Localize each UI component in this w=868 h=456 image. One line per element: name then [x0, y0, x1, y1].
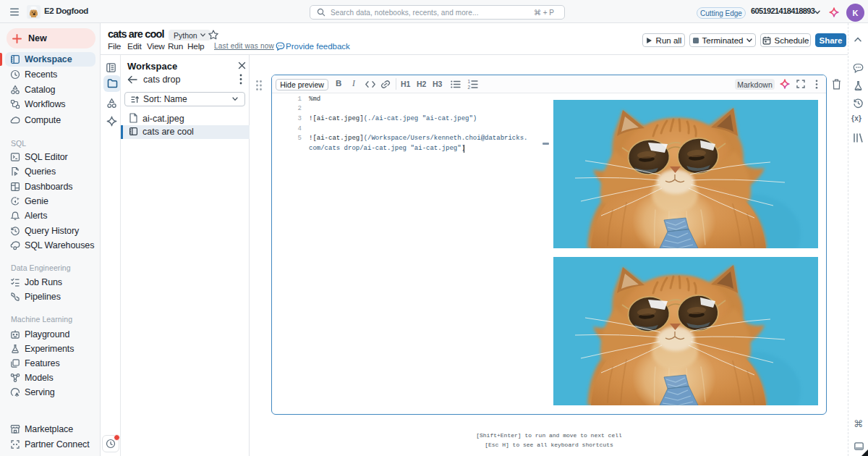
- svg-text:2: 2: [468, 85, 471, 89]
- svg-text:1: 1: [468, 80, 471, 84]
